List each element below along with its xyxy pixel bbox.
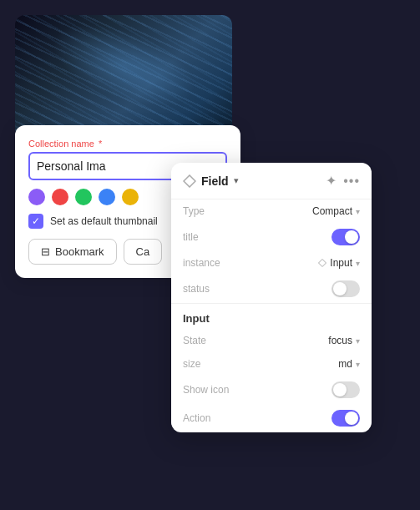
title-label: title xyxy=(183,231,199,243)
instance-value[interactable]: Input ▾ xyxy=(318,257,360,269)
action-label: Action xyxy=(183,412,210,424)
instance-text: Input xyxy=(330,257,352,269)
instance-diamond-icon xyxy=(318,259,326,267)
type-row: Type Compact ▾ xyxy=(171,199,372,223)
state-arrow: ▾ xyxy=(356,336,360,346)
panel-header: Field ▾ ✦ ••• xyxy=(171,163,372,199)
type-arrow: ▾ xyxy=(356,207,360,216)
default-thumbnail-checkbox[interactable]: ✓ xyxy=(28,214,43,229)
type-value[interactable]: Compact ▾ xyxy=(312,205,360,217)
state-row: State focus ▾ xyxy=(171,329,372,352)
status-toggle[interactable] xyxy=(331,280,360,297)
status-label: status xyxy=(183,283,210,295)
instance-label: instance xyxy=(183,257,220,269)
action-row: Action xyxy=(171,404,372,432)
cancel-button[interactable]: Ca xyxy=(124,239,163,265)
bookmark-icon: ⊟ xyxy=(41,245,50,258)
properties-panel: Field ▾ ✦ ••• Type Compact ▾ title insta… xyxy=(171,163,372,432)
size-label: size xyxy=(183,358,200,370)
instance-row: instance Input ▾ xyxy=(171,251,372,275)
input-section-title: Input xyxy=(183,312,210,325)
action-toggle[interactable] xyxy=(331,410,360,427)
background-image-card xyxy=(15,15,232,139)
color-dot-green[interactable] xyxy=(75,189,92,205)
title-toggle-knob xyxy=(345,230,358,244)
default-thumbnail-label: Set as default thumbnail xyxy=(50,215,158,227)
status-toggle-knob xyxy=(333,282,347,295)
title-row: title xyxy=(171,223,372,251)
action-toggle-knob xyxy=(345,412,358,425)
color-dot-purple[interactable] xyxy=(28,189,45,205)
panel-actions: ✦ ••• xyxy=(326,173,360,189)
panel-title-chevron[interactable]: ▾ xyxy=(234,175,239,186)
color-dot-red[interactable] xyxy=(52,189,68,205)
bookmark-button[interactable]: ⊟ Bookmark xyxy=(28,239,117,265)
show-icon-row: Show icon xyxy=(171,376,372,404)
instance-arrow: ▾ xyxy=(356,259,360,268)
color-dot-blue[interactable] xyxy=(99,189,115,205)
size-arrow: ▾ xyxy=(356,360,360,369)
show-icon-toggle-knob xyxy=(333,383,347,396)
state-text: focus xyxy=(328,335,352,346)
type-text: Compact xyxy=(312,205,352,217)
diamond-icon xyxy=(183,174,196,188)
size-text: md xyxy=(338,358,352,370)
state-label: State xyxy=(183,335,206,346)
size-row: size md ▾ xyxy=(171,352,372,376)
type-label: Type xyxy=(183,205,205,217)
show-icon-label: Show icon xyxy=(183,384,229,396)
input-section-header: Input xyxy=(171,304,372,329)
show-icon-toggle[interactable] xyxy=(331,381,360,398)
panel-title-group: Field ▾ xyxy=(183,174,239,188)
title-toggle[interactable] xyxy=(331,229,360,245)
checkmark-icon: ✓ xyxy=(32,215,40,227)
color-dot-yellow[interactable] xyxy=(122,189,139,205)
size-value[interactable]: md ▾ xyxy=(338,358,360,370)
collection-name-label: Collection name * xyxy=(28,139,227,149)
panel-title: Field xyxy=(201,174,229,188)
state-value[interactable]: focus ▾ xyxy=(328,335,360,346)
move-icon[interactable]: ✦ xyxy=(326,173,337,189)
status-row: status xyxy=(171,275,372,303)
more-options-icon[interactable]: ••• xyxy=(343,174,360,189)
